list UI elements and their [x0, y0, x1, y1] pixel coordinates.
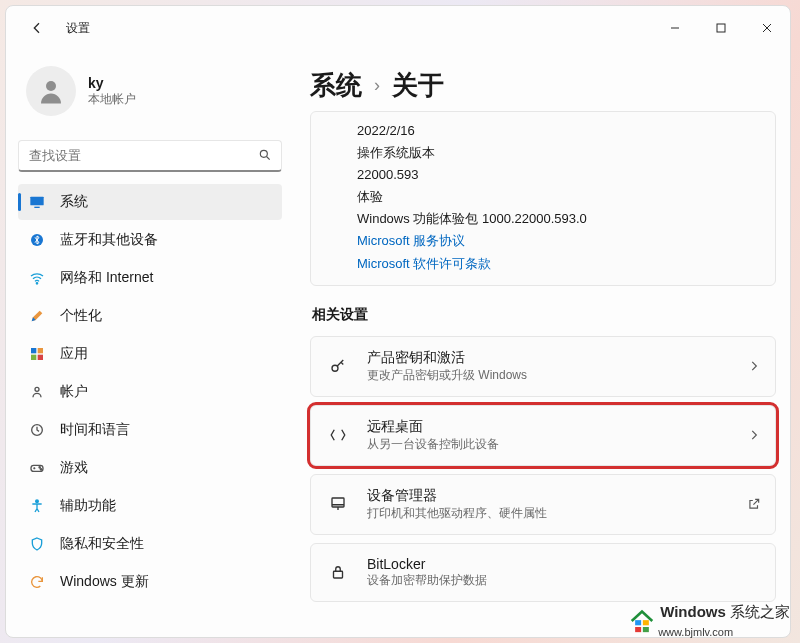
card-title: 远程桌面 [367, 418, 747, 436]
system-icon [28, 193, 46, 211]
card-device-manager[interactable]: 设备管理器 打印机和其他驱动程序、硬件属性 [310, 474, 776, 535]
bluetooth-icon [28, 231, 46, 249]
sidebar-item-accessibility[interactable]: 辅助功能 [18, 488, 282, 524]
profile-name: ky [88, 75, 136, 91]
key-icon [325, 357, 351, 375]
spec-experience-value: Windows 功能体验包 1000.22000.593.0 [357, 208, 761, 230]
svg-point-16 [36, 500, 39, 503]
windows-spec-panel: 2022/2/16 操作系统版本 22000.593 体验 Windows 功能… [310, 111, 776, 286]
search-icon [258, 148, 272, 162]
time-language-icon [28, 421, 46, 439]
sidebar-item-label: 网络和 Internet [60, 269, 153, 287]
sidebar-item-label: 时间和语言 [60, 421, 130, 439]
sidebar-item-network[interactable]: 网络和 Internet [18, 260, 282, 296]
svg-rect-21 [643, 620, 649, 625]
svg-rect-23 [643, 627, 649, 632]
shield-icon [28, 535, 46, 553]
svg-rect-18 [332, 498, 344, 507]
svg-point-2 [260, 150, 267, 157]
section-title-related: 相关设置 [312, 306, 776, 324]
watermark-url: www.bjmlv.com [658, 626, 733, 638]
card-remote-desktop[interactable]: 远程桌面 从另一台设备控制此设备 [310, 405, 776, 466]
svg-point-14 [39, 467, 40, 468]
window-title: 设置 [66, 20, 90, 37]
svg-rect-9 [31, 355, 36, 360]
lock-icon [325, 563, 351, 581]
watermark-suffix: 系统之家 [730, 603, 790, 620]
svg-rect-20 [635, 620, 641, 625]
sidebar-item-label: 游戏 [60, 459, 88, 477]
account-profile[interactable]: ky 本地帐户 [18, 50, 282, 126]
sidebar-item-update[interactable]: Windows 更新 [18, 564, 282, 600]
minimize-button[interactable] [652, 12, 698, 44]
accounts-icon [28, 383, 46, 401]
card-title: BitLocker [367, 556, 761, 572]
chevron-right-icon: › [374, 75, 380, 96]
svg-point-15 [40, 469, 41, 470]
svg-point-1 [46, 81, 56, 91]
apps-icon [28, 345, 46, 363]
wifi-icon [28, 269, 46, 287]
breadcrumb-leaf: 关于 [392, 68, 444, 103]
sidebar-item-label: 帐户 [60, 383, 88, 401]
svg-rect-10 [38, 355, 43, 360]
card-subtitle: 打印机和其他驱动程序、硬件属性 [367, 505, 747, 522]
sidebar-item-bluetooth[interactable]: 蓝牙和其他设备 [18, 222, 282, 258]
breadcrumb: 系统 › 关于 [310, 68, 776, 103]
link-service-agreement[interactable]: Microsoft 服务协议 [357, 230, 761, 252]
svg-rect-7 [31, 348, 36, 353]
card-bitlocker[interactable]: BitLocker 设备加密帮助保护数据 [310, 543, 776, 602]
svg-rect-3 [30, 197, 43, 206]
chevron-right-icon [747, 428, 761, 442]
close-button[interactable] [744, 12, 790, 44]
house-icon [628, 609, 656, 633]
sidebar-item-privacy[interactable]: 隐私和安全性 [18, 526, 282, 562]
accessibility-icon [28, 497, 46, 515]
sidebar-item-label: 隐私和安全性 [60, 535, 144, 553]
sidebar-item-label: 辅助功能 [60, 497, 116, 515]
sidebar-item-label: 个性化 [60, 307, 102, 325]
svg-rect-4 [34, 207, 39, 208]
card-title: 产品密钥和激活 [367, 349, 747, 367]
avatar [26, 66, 76, 116]
search-box[interactable] [18, 140, 282, 172]
sidebar-item-apps[interactable]: 应用 [18, 336, 282, 372]
spec-date: 2022/2/16 [357, 120, 761, 142]
watermark-brand: Windows [660, 603, 726, 620]
svg-rect-19 [334, 571, 343, 578]
sidebar-item-system[interactable]: 系统 [18, 184, 282, 220]
card-subtitle: 设备加密帮助保护数据 [367, 572, 761, 589]
search-input[interactable] [18, 140, 282, 172]
breadcrumb-root[interactable]: 系统 [310, 68, 362, 103]
sidebar-item-label: 系统 [60, 193, 88, 211]
card-subtitle: 从另一台设备控制此设备 [367, 436, 747, 453]
sidebar-item-label: 应用 [60, 345, 88, 363]
profile-subtitle: 本地帐户 [88, 91, 136, 108]
sidebar-item-time-language[interactable]: 时间和语言 [18, 412, 282, 448]
update-icon [28, 573, 46, 591]
watermark: Windows 系统之家 www.bjmlv.com [628, 603, 790, 639]
sidebar-item-label: Windows 更新 [60, 573, 149, 591]
sidebar-item-label: 蓝牙和其他设备 [60, 231, 158, 249]
card-subtitle: 更改产品密钥或升级 Windows [367, 367, 747, 384]
open-external-icon [747, 497, 761, 511]
gaming-icon [28, 459, 46, 477]
card-title: 设备管理器 [367, 487, 747, 505]
svg-point-11 [35, 387, 39, 391]
spec-os-label: 操作系统版本 [357, 142, 761, 164]
maximize-button[interactable] [698, 12, 744, 44]
chevron-right-icon [747, 359, 761, 373]
sidebar-item-accounts[interactable]: 帐户 [18, 374, 282, 410]
svg-rect-8 [38, 348, 43, 353]
svg-point-6 [36, 283, 37, 284]
svg-rect-22 [635, 627, 641, 632]
svg-rect-0 [717, 24, 725, 32]
link-license-terms[interactable]: Microsoft 软件许可条款 [357, 253, 761, 275]
sidebar-item-personalization[interactable]: 个性化 [18, 298, 282, 334]
card-product-key[interactable]: 产品密钥和激活 更改产品密钥或升级 Windows [310, 336, 776, 397]
brush-icon [28, 307, 46, 325]
remote-desktop-icon [325, 426, 351, 444]
spec-experience-label: 体验 [357, 186, 761, 208]
back-button[interactable] [22, 13, 52, 43]
sidebar-item-gaming[interactable]: 游戏 [18, 450, 282, 486]
